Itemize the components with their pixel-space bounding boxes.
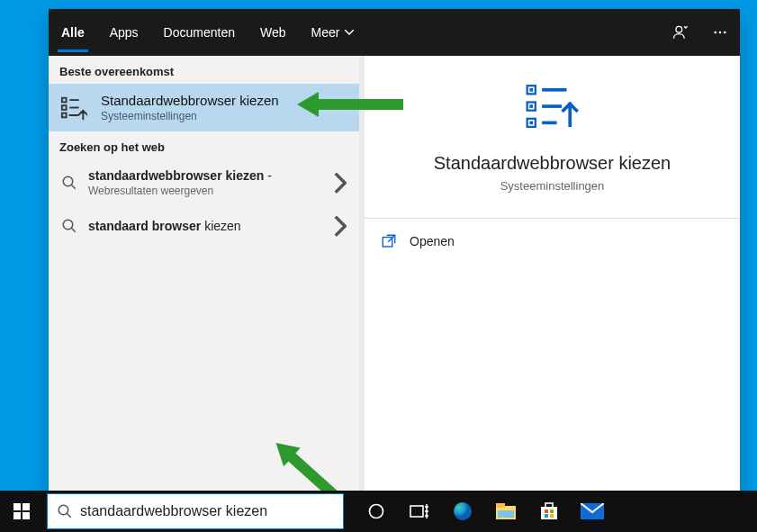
web-result-2[interactable]: standaard browser kiezen	[49, 206, 359, 247]
svg-line-10	[71, 185, 76, 189]
tab-documents[interactable]: Documenten	[151, 9, 248, 56]
svg-rect-27	[14, 512, 21, 519]
best-match-title: Standaardwebbrowser kiezen	[101, 93, 279, 108]
svg-rect-40	[498, 510, 514, 518]
svg-rect-42	[545, 503, 553, 508]
preview-subtitle: Systeeminstellingen	[500, 179, 605, 193]
svg-rect-32	[410, 506, 423, 517]
svg-point-11	[63, 221, 73, 230]
section-web-search: Zoeken op het web	[49, 131, 359, 159]
svg-rect-25	[14, 503, 21, 510]
mail-app-icon[interactable]	[571, 491, 614, 532]
tab-all[interactable]: Alle	[49, 9, 97, 56]
svg-rect-41	[541, 507, 557, 519]
best-match-result[interactable]: Standaardwebbrowser kiezen Systeeminstel…	[49, 84, 359, 131]
svg-point-29	[59, 505, 68, 515]
svg-point-2	[719, 32, 722, 34]
search-icon	[61, 175, 77, 191]
chevron-right-icon	[334, 215, 347, 238]
open-action[interactable]: Openen	[365, 219, 740, 264]
open-icon	[381, 233, 397, 249]
best-match-subtitle: Systeeminstellingen	[101, 110, 279, 122]
search-icon	[57, 503, 73, 519]
taskbar-search-box[interactable]	[47, 493, 344, 529]
search-icon	[61, 218, 77, 234]
svg-rect-8	[62, 113, 67, 117]
preview-pane: Standaardwebbrowser kiezen Systeeminstel…	[365, 56, 740, 491]
search-panel: Alle Apps Documenten Web Meer Beste over…	[49, 9, 740, 491]
svg-rect-44	[550, 509, 554, 513]
svg-line-30	[67, 513, 71, 518]
cortana-button[interactable]	[355, 491, 398, 532]
feedback-icon[interactable]	[661, 9, 700, 56]
search-topbar: Alle Apps Documenten Web Meer	[49, 9, 740, 56]
svg-line-12	[71, 229, 76, 233]
svg-point-1	[714, 32, 716, 34]
start-button[interactable]	[0, 491, 43, 532]
svg-point-9	[63, 176, 73, 186]
svg-rect-4	[62, 97, 67, 102]
svg-rect-14	[529, 88, 533, 92]
tab-web[interactable]: Web	[248, 9, 299, 56]
section-best-match: Beste overeenkomst	[49, 56, 359, 84]
tab-apps[interactable]: Apps	[97, 9, 151, 56]
web-result-1[interactable]: standaardwebbrowser kiezen - Webresultat…	[49, 159, 359, 206]
preview-icon	[524, 81, 581, 133]
file-explorer-icon[interactable]	[484, 491, 527, 532]
results-column: Beste overeenkomst Standaardwebbrowser k…	[49, 56, 359, 491]
svg-rect-20	[529, 122, 533, 125]
microsoft-store-icon[interactable]	[527, 491, 571, 532]
chevron-down-icon	[345, 30, 354, 35]
default-apps-icon	[59, 94, 88, 122]
more-options-icon[interactable]	[700, 9, 740, 56]
chevron-right-icon	[334, 172, 347, 194]
svg-rect-28	[23, 512, 30, 519]
svg-rect-39	[496, 503, 505, 508]
svg-point-0	[676, 26, 682, 32]
svg-rect-46	[550, 514, 554, 518]
svg-rect-26	[23, 503, 30, 510]
preview-title: Standaardwebbrowser kiezen	[434, 153, 671, 174]
svg-rect-43	[545, 509, 548, 513]
search-body: Beste overeenkomst Standaardwebbrowser k…	[49, 56, 740, 491]
svg-point-37	[454, 502, 472, 520]
edge-app-icon[interactable]	[441, 491, 484, 532]
svg-rect-17	[529, 104, 533, 108]
svg-point-3	[724, 32, 726, 34]
svg-rect-45	[545, 514, 548, 518]
taskbar	[0, 491, 757, 532]
tab-more[interactable]: Meer	[299, 9, 367, 56]
taskbar-search-input[interactable]	[80, 503, 334, 519]
svg-rect-6	[62, 105, 67, 110]
svg-point-31	[370, 505, 383, 518]
task-view-button[interactable]	[398, 491, 441, 532]
